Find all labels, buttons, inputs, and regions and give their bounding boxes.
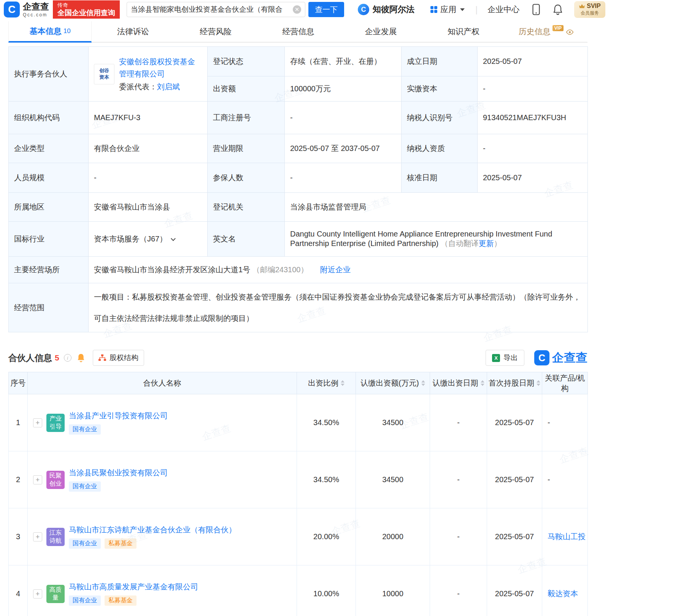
expand-button[interactable]: + [33,589,42,599]
partner-index: 2 [9,451,28,508]
partner-name-link[interactable]: 马鞍山市高质量发展产业基金有限公司 [69,582,198,592]
value-taxpayer-id: 91340521MAEJ7KFU3H [478,102,588,134]
export-label: 导出 [503,353,518,363]
label-main-place: 主要经营场所 [9,257,89,283]
expand-button[interactable]: + [33,532,42,541]
tab-legal[interactable]: 法律诉讼 [92,21,174,42]
col-amount[interactable]: 认缴出资额(万元) [356,372,430,394]
tab-intellectual-property[interactable]: 知识产权 [422,21,505,42]
nearby-companies-link[interactable]: 附近企业 [320,265,351,274]
executive-partner-company-link[interactable]: 安徽创谷股权投资基金管理有限公司 [119,57,195,78]
nav-apps[interactable]: 应用 [430,4,465,15]
related-org-link[interactable]: 毅达资本 [548,589,578,598]
partners-table: 序号 合伙人名称 出资比例 认缴出资额(万元) 认缴出资日期 首次持股日期 关联… [8,372,588,616]
qcc-corner-logo: C 企查查 [534,350,587,366]
sort-icons[interactable] [421,380,425,386]
tab-label: 法律诉讼 [117,26,149,37]
export-button[interactable]: X 导出 [486,350,524,366]
value-reg-no: - [285,102,402,134]
industry-text: 资本市场服务（J67） [94,235,167,243]
qcc-logo-brand: 企查查 [23,2,49,11]
value-business-scope: 一般项目：私募股权投资基金管理、创业投资基金管理服务（须在中国证券投资基金业协会… [89,283,588,332]
tag-private-fund[interactable]: 私募基金 [105,538,137,549]
qcc-logo[interactable]: C 企查查 Qcc.com [4,2,49,17]
partner-row: 4 + 高质 量 马鞍山市高质量发展产业基金有限公司 国有企业 私募基金 10.… [9,565,588,616]
partner-index: 4 [9,565,28,616]
search-input[interactable] [131,5,293,14]
related-org-link[interactable]: 马鞍山工投 [548,532,586,541]
partner-name-link[interactable]: 当涂县产业引导投资有限公司 [69,411,168,421]
partners-count: 5 [55,353,59,362]
partners-section-title: 合伙人信息 [8,352,52,364]
crown-icon [579,4,585,9]
col-first-hold-date[interactable]: 首次持股日期 [487,372,542,394]
tab-label: 知识产权 [448,26,479,37]
delegate-name-link[interactable]: 刘启斌 [157,83,180,91]
badge-line: 高质 [49,586,62,594]
nav-zhibi-alpha[interactable]: C 知彼阿尔法 [358,4,414,15]
partner-badge: 江东 诗航 [46,528,65,546]
equity-structure-button[interactable]: 股权结构 [93,350,144,366]
chevron-down-icon[interactable] [171,236,176,241]
business-scope-text: 一般项目：私募股权投资基金管理、创业投资基金管理服务（须在中国证券投资基金业协会… [94,286,582,329]
sort-icons[interactable] [537,380,540,386]
info-icon[interactable]: i [64,354,71,362]
badge-line: 江东 [49,529,62,537]
svip-member-button[interactable]: SVIP 会员服务 [574,1,605,18]
col-label: 首次持股日期 [489,378,534,388]
tab-operating-risk[interactable]: 经营风险 [175,21,257,42]
partner-related: - [542,394,588,451]
tag-state-owned[interactable]: 国有企业 [69,595,101,606]
sort-icons[interactable] [481,380,484,386]
col-partner-name: 合伙人名称 [28,372,297,394]
value-staff-size: - [89,163,208,193]
nav-enterprise-center[interactable]: 企业中心 [487,4,519,15]
tab-operating-info[interactable]: 经营信息 [257,21,340,42]
tag-private-fund[interactable]: 私募基金 [105,595,137,606]
apps-label: 应用 [440,4,456,15]
col-pay-date[interactable]: 认缴出资日期 [430,372,487,394]
partner-first-hold-date: 2025-05-07 [487,451,542,508]
partner-related: - [542,451,588,508]
value-company-type: 有限合伙企业 [89,134,208,163]
tag-state-owned[interactable]: 国有企业 [69,481,101,492]
col-related: 关联产品/机构 [542,372,588,394]
tag-state-owned[interactable]: 国有企业 [69,538,101,549]
partner-pay-date: - [430,451,487,508]
tab-basic-info[interactable]: 基本信息 10 [8,21,92,43]
label-english-name: 英文名 [208,222,285,257]
basic-info-table: 执行事务合伙人 创谷 资本 安徽创谷股权投资基金管理有限公司 委派代表：刘启斌 … [8,46,588,332]
delegate-label: 委派代表： [119,83,157,91]
header-divider: | [475,4,478,15]
notification-bell-icon[interactable] [553,4,563,15]
value-establish-date: 2025-05-07 [478,47,588,76]
partner-name-link[interactable]: 马鞍山市江东诗航产业基金合伙企业（有限合伙） [69,525,236,535]
expand-button[interactable]: + [33,418,42,427]
tab-history[interactable]: 历史信息 VIP [505,21,587,42]
tag-state-owned[interactable]: 国有企业 [69,424,101,435]
tab-bar: 基本信息 10 法律诉讼 经营风险 经营信息 企业发展 知识产权 历史信息 VI… [8,21,587,43]
value-approval-date: 2025-05-07 [478,163,588,193]
partner-name-cell: + 产业 引导 当涂县产业引导投资有限公司 国有企业 [28,394,297,451]
value-reg-status: 存续（在营、开业、在册） [285,47,402,76]
tab-label: 企业发展 [365,26,397,37]
badge-line: 民聚 [49,472,62,480]
partner-first-hold-date: 2025-05-07 [487,508,542,565]
partner-name-link[interactable]: 当涂县民聚创业投资有限公司 [69,468,168,478]
translate-update-link[interactable]: 更新 [479,239,494,248]
sort-icons[interactable] [341,380,344,386]
tab-development[interactable]: 企业发展 [340,21,422,42]
value-taxpayer-qualification: - [478,134,588,163]
mobile-app-icon[interactable] [532,4,540,15]
executive-partner-logo[interactable]: 创谷 资本 [94,64,114,84]
promo-banner[interactable]: 传奇 全国企业信用查询 [53,0,120,19]
value-paid-capital: - [478,76,588,102]
expand-button[interactable]: + [33,475,42,484]
search-button[interactable]: 查一下 [308,2,344,17]
col-ratio[interactable]: 出资比例 [297,372,356,394]
monitor-bell-icon[interactable] [77,353,85,362]
label-approval-date: 核准日期 [402,163,478,193]
value-contribution: 100000万元 [285,76,402,102]
clear-icon[interactable]: ✕ [293,5,301,14]
partners-header-row: 序号 合伙人名称 出资比例 认缴出资额(万元) 认缴出资日期 首次持股日期 关联… [9,372,588,394]
